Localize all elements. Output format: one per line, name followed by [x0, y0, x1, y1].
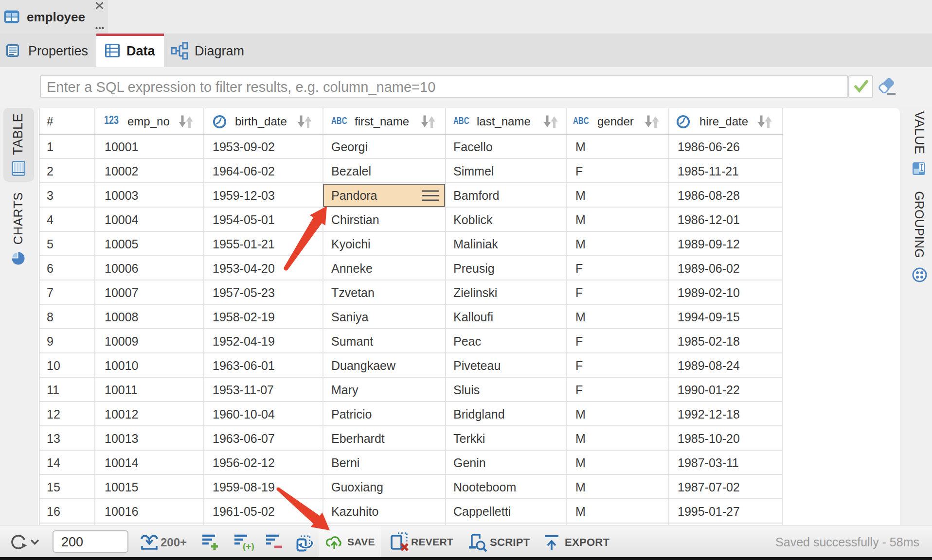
svg-text:(+): (+): [243, 541, 254, 551]
